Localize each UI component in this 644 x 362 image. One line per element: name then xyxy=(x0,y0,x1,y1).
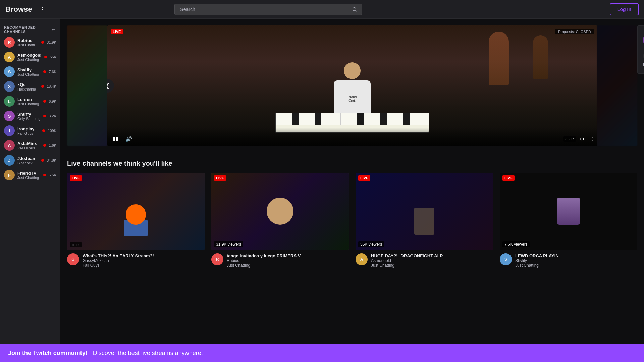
live-indicator xyxy=(42,129,45,132)
carousel-side-right[interactable] xyxy=(597,25,637,146)
svg-point-0 xyxy=(353,7,356,10)
live-indicator xyxy=(43,174,46,176)
avatar: F xyxy=(4,170,15,180)
thumbnail-content xyxy=(356,173,493,250)
channel-avatar: G xyxy=(67,253,79,265)
avatar: R xyxy=(4,37,15,48)
stream-title: What's THis?! An EARLY Stream?! ... xyxy=(83,253,205,258)
stream-title: LEWD ORCA PLAYIN... xyxy=(515,253,637,258)
pause-button[interactable]: ▮▮ xyxy=(111,134,120,143)
channel-thumbnail: LIVE true xyxy=(67,173,205,250)
sidebar-item-snuffy[interactable]: S Snuffy Only Sleeping 3.2K xyxy=(0,109,60,123)
avatar: J xyxy=(4,155,15,166)
stream-title: tengo invitados y luego PRIMERA V... xyxy=(227,253,349,258)
logo[interactable]: Browse xyxy=(5,5,32,14)
fullscreen-icon[interactable]: ⛶ xyxy=(588,136,593,142)
featured-carousel: ❮ BrandCert. xyxy=(67,25,637,146)
avatar: S xyxy=(4,111,15,121)
sidebar-item-rubius[interactable]: R Rubius Just Chatting 31.9K xyxy=(0,35,60,50)
game-name: Fall Guys xyxy=(83,263,205,268)
channels-grid: LIVE true G What's THis?! An EARLY Strea… xyxy=(67,173,637,268)
sidebar-item-lersen[interactable]: L Lersen Just Chatting 6.9K xyxy=(0,94,60,109)
quality-badge[interactable]: 360P xyxy=(563,136,576,142)
settings-icon[interactable]: ⚙ xyxy=(580,136,584,142)
live-indicator xyxy=(43,70,46,73)
live-indicator xyxy=(41,41,44,44)
sidebar-section-title: RECOMMENDED CHANNELS ← xyxy=(0,23,60,35)
game-name: Just Chatting xyxy=(371,263,493,268)
live-badge: LIVE xyxy=(358,175,370,181)
channel-avatar: S xyxy=(500,253,512,265)
video-controls: ▮▮ 🔊 360P ⚙ ⛶ xyxy=(107,128,597,146)
game-name: Just Chatting xyxy=(515,263,637,268)
svg-line-1 xyxy=(356,10,357,11)
channel-thumbnail: LIVE 7.6K viewers xyxy=(500,173,637,250)
channel-card-asmongold[interactable]: LIVE 55K viewers A HUGE DAY?!--DRAGONFIG… xyxy=(356,173,493,268)
channel-card-rubius[interactable]: LIVE 31.9K viewers R tengo invitados y l… xyxy=(211,173,349,268)
channel-avatar: R xyxy=(211,253,223,265)
live-indicator xyxy=(43,100,46,103)
live-indicator xyxy=(41,85,44,88)
avatar: X xyxy=(4,81,15,92)
section-title: Live channels we think you'll like xyxy=(67,160,637,167)
sidebar-item-astaminx[interactable]: A AstaMinx VALORANT 1.6K xyxy=(0,138,60,153)
live-badge: LIVE xyxy=(70,175,82,181)
header: Browse ⋮ Log In xyxy=(0,0,644,19)
login-button[interactable]: Log In xyxy=(610,3,639,15)
live-indicator xyxy=(44,56,47,58)
thumbnail-content xyxy=(500,173,637,250)
stream-title: HUGE DAY?!--DRAGONFIGHT ALP... xyxy=(371,253,493,258)
viewer-count-overlay: 7.6K viewers xyxy=(502,241,530,247)
channel-thumbnail: LIVE 55K viewers xyxy=(356,173,493,250)
banner-subtitle: Discover the best live streams anywhere. xyxy=(93,350,203,357)
live-badge: LIVE xyxy=(502,175,515,181)
streamer-name: Rubius xyxy=(227,258,349,263)
logo-text: Browse xyxy=(5,5,32,14)
search-button[interactable] xyxy=(347,4,362,15)
requests-badge: Requests: CLOSED xyxy=(555,29,594,34)
viewer-count-overlay: 31.9K viewers xyxy=(214,241,243,247)
live-indicator xyxy=(41,159,44,162)
carousel-main-video: ❮ BrandCert. xyxy=(107,25,597,146)
sidebar-item-shylily[interactable]: S Shylily Just Chatting 7.6K xyxy=(0,64,60,79)
sidebar-item-ironplay[interactable]: I Ironplay Fall Guys 109K xyxy=(0,123,60,138)
channel-card-gassymexican[interactable]: LIVE true G What's THis?! An EARLY Strea… xyxy=(67,173,205,268)
main-content: ❮ BrandCert. xyxy=(60,19,644,362)
promoted-badge: true xyxy=(70,242,82,247)
sidebar-item-asmongold[interactable]: A Asmongold Just Chatting 55K xyxy=(0,50,60,64)
person-figure: BrandCert. xyxy=(332,62,372,116)
sidebar-item-xqc[interactable]: X xQc Hackmania 18.4K xyxy=(0,79,60,94)
bottom-banner: Join the Twitch community! Discover the … xyxy=(0,344,644,362)
avatar: L xyxy=(4,96,15,107)
search-input[interactable] xyxy=(174,4,347,15)
header-right: Log In xyxy=(610,3,639,15)
banner-title: Join the Twitch community! xyxy=(8,350,88,357)
avatar: S xyxy=(4,66,15,77)
live-badge: LIVE xyxy=(111,29,123,34)
stream-info-popup: Ludgero_Rosas Music 13.1K viewers Englis… xyxy=(637,25,644,74)
volume-button[interactable]: 🔊 xyxy=(124,134,133,143)
thumbnail-content xyxy=(211,173,349,250)
avatar: A xyxy=(4,52,15,62)
streamer-name: Shylily xyxy=(515,258,637,263)
avatar: I xyxy=(4,125,15,136)
channel-thumbnail: LIVE 31.9K viewers xyxy=(211,173,349,250)
live-indicator xyxy=(43,115,46,117)
streamer-name: GassyMexican xyxy=(83,258,205,263)
sidebar-collapse-button[interactable]: ← xyxy=(51,26,57,33)
channel-card-shylily[interactable]: LIVE 7.6K viewers S LEWD ORCA PLAYIN... … xyxy=(500,173,637,268)
game-name: Just Chatting xyxy=(227,263,349,268)
search-container xyxy=(174,4,362,15)
guitar-decoration xyxy=(489,32,509,85)
menu-icon[interactable]: ⋮ xyxy=(37,3,48,15)
viewer-count-overlay: 55K viewers xyxy=(358,241,384,247)
streamer-name: Asmongold xyxy=(371,258,493,263)
sidebar: RECOMMENDED CHANNELS ← R Rubius Just Cha… xyxy=(0,19,60,362)
sidebar-item-jjojuan[interactable]: J JJoJuan Bioshock Remaster... 34.8K xyxy=(0,153,60,168)
carousel-side-left[interactable] xyxy=(67,25,107,146)
thumbnail-content xyxy=(122,201,149,235)
guitar-decoration-2 xyxy=(533,35,548,79)
sidebar-item-friendtv[interactable]: F FriendTV Just Chatting 5.5K xyxy=(0,168,60,182)
avatar: A xyxy=(4,140,15,151)
live-badge: LIVE xyxy=(214,175,226,181)
